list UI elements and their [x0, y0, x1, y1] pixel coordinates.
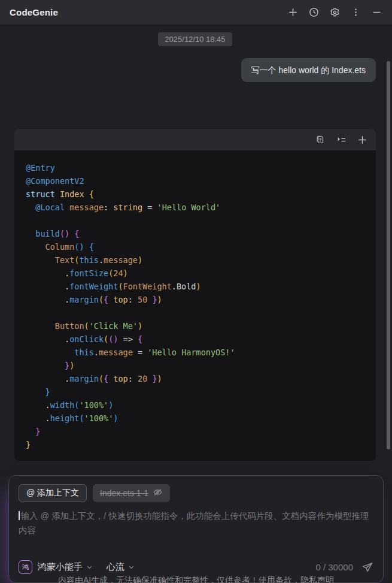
more-menu-button[interactable] [350, 7, 361, 19]
composer-toolbar: 鸿 鸿蒙小能手 心流 0 / 30000 [19, 560, 373, 575]
model-name: 心流 [107, 561, 124, 573]
chevron-down-icon [86, 562, 93, 573]
kebab-menu-icon [351, 8, 360, 17]
privacy-link[interactable]: 隐私声明 [300, 575, 334, 583]
title-bar: CodeGenie [0, 0, 392, 25]
titlebar-actions [287, 7, 382, 19]
minimize-button[interactable] [370, 7, 382, 19]
message-input[interactable]: 输入 @ 添加上下文，/ 快速切换功能指令，此功能会上传代码片段、文档内容作为模… [19, 509, 373, 560]
timestamp-chip: 2025/12/10 18:45 [158, 32, 232, 46]
code-content: @Entry@ComponentV2struct Index { @Local … [14, 150, 376, 461]
plus-icon [288, 7, 298, 17]
add-context-label: @ 添加上下文 [26, 488, 79, 499]
composer-right: 0 / 30000 [315, 561, 373, 573]
insert-at-cursor-icon [336, 135, 347, 145]
settings-button[interactable] [329, 7, 341, 19]
disclaimer-separator: ， [292, 575, 300, 583]
composer-zone: @ 添加上下文 Index.ets 1-1 输入 @ 添加上下文，/ 快速切换功… [0, 473, 392, 583]
minus-icon [372, 7, 382, 17]
disclaimer-text: 内容由AI生成，无法确保准确性和完整性，仅供参考！ [58, 575, 259, 583]
composer: @ 添加上下文 Index.ets 1-1 输入 @ 添加上下文，/ 快速切换功… [8, 475, 384, 583]
terms-link[interactable]: 使用条款 [259, 575, 292, 583]
chevron-down-icon [128, 562, 135, 573]
agent-selector[interactable]: 鸿蒙小能手 [38, 561, 93, 573]
code-lines: @Entry@ComponentV2struct Index { @Local … [26, 161, 366, 451]
insert-at-cursor-button[interactable] [335, 134, 347, 146]
paper-plane-icon [361, 561, 373, 573]
input-placeholder: 输入 @ 添加上下文，/ 快速切换功能指令，此功能会上传代码片段、文档内容作为模… [19, 511, 369, 535]
char-counter: 0 / 30000 [315, 562, 353, 572]
agent-name: 鸿蒙小能手 [38, 561, 83, 573]
text-caret [19, 511, 20, 520]
copy-icon [315, 135, 325, 144]
model-selector[interactable]: 心流 [107, 561, 135, 573]
code-block-card: @Entry@ComponentV2struct Index { @Local … [14, 129, 376, 461]
vertical-scrollbar[interactable] [387, 61, 390, 449]
send-button[interactable] [361, 561, 373, 573]
clock-icon [309, 7, 319, 17]
disclaimer: 内容由AI生成，无法确保准确性和完整性，仅供参考！使用条款，隐私声明 [0, 575, 392, 583]
codegenie-panel: CodeGenie [0, 0, 392, 583]
user-message-bubble: 写一个 hello world 的 Index.ets [241, 58, 376, 82]
copy-code-button[interactable] [314, 134, 326, 146]
add-context-button[interactable]: @ 添加上下文 [19, 484, 87, 502]
new-chat-button[interactable] [287, 7, 299, 19]
context-file-chip[interactable]: Index.ets 1-1 [93, 484, 170, 502]
history-button[interactable] [308, 7, 320, 19]
eye-off-icon[interactable] [153, 487, 163, 499]
gear-icon [330, 7, 340, 17]
context-file-label: Index.ets 1-1 [100, 488, 148, 498]
context-chips-row: @ 添加上下文 Index.ets 1-1 [19, 484, 373, 502]
agent-badge-icon: 鸿 [19, 560, 32, 574]
code-toolbar [14, 129, 376, 150]
new-file-button[interactable] [356, 134, 368, 146]
app-title: CodeGenie [10, 7, 58, 17]
plus-icon [357, 135, 367, 145]
chat-area: 2025/12/10 18:45 写一个 hello world 的 Index… [0, 25, 392, 473]
